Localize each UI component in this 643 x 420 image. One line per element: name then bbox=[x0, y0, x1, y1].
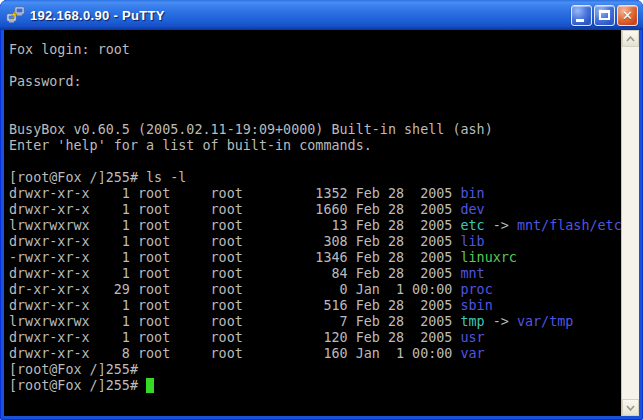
terminal-line: [root@Fox /]255# bbox=[9, 378, 621, 394]
terminal-text: Enter 'help' for a list of built-in comm… bbox=[9, 138, 372, 153]
terminal-line: dr-xr-xr-x 29 root root 0 Jan 1 00:00 pr… bbox=[9, 282, 621, 298]
terminal-text: mnt/flash/etc bbox=[517, 218, 621, 233]
scrollbar-track[interactable] bbox=[621, 30, 639, 416]
terminal-text: dev bbox=[460, 202, 484, 217]
maximize-button[interactable] bbox=[594, 5, 615, 26]
terminal-text: lrwxrwxrwx 1 root root 7 Feb 28 2005 bbox=[9, 314, 460, 329]
terminal-line: Fox login: root bbox=[9, 42, 621, 58]
close-icon: ✕ bbox=[618, 6, 637, 25]
terminal-text: [root@Fox /]255# bbox=[9, 378, 146, 393]
putty-window: 192.168.0.90 - PuTTY ✕ Fox login: root P… bbox=[0, 0, 643, 420]
terminal-text: [root@Fox /]255# ls -l bbox=[9, 170, 186, 185]
terminal-line: Password: bbox=[9, 74, 621, 90]
terminal-text: drwxr-xr-x 1 root root 308 Feb 28 2005 bbox=[9, 234, 460, 249]
terminal-text: drwxr-xr-x 8 root root 160 Jan 1 00:00 bbox=[9, 346, 460, 361]
title-bar[interactable]: 192.168.0.90 - PuTTY ✕ bbox=[0, 0, 643, 30]
terminal-line: drwxr-xr-x 1 root root 308 Feb 28 2005 l… bbox=[9, 234, 621, 250]
terminal-text: var bbox=[460, 346, 484, 361]
terminal-line: lrwxrwxrwx 1 root root 13 Feb 28 2005 et… bbox=[9, 218, 621, 234]
terminal-text: -rwxr-xr-x 1 root root 1346 Feb 28 2005 bbox=[9, 250, 460, 265]
terminal-screen[interactable]: Fox login: root Password: BusyBox v0.60.… bbox=[4, 30, 621, 416]
terminal-text: bin bbox=[460, 186, 484, 201]
terminal-text: var/tmp bbox=[517, 314, 573, 329]
terminal-text: drwxr-xr-x 1 root root 1660 Feb 28 2005 bbox=[9, 202, 460, 217]
terminal-line bbox=[9, 58, 621, 74]
terminal-line: [root@Fox /]255# bbox=[9, 362, 621, 378]
terminal-line: lrwxrwxrwx 1 root root 7 Feb 28 2005 tmp… bbox=[9, 314, 621, 330]
terminal-area: Fox login: root Password: BusyBox v0.60.… bbox=[4, 30, 639, 416]
terminal-text: -> bbox=[485, 314, 517, 329]
window-controls: ✕ bbox=[571, 5, 638, 26]
terminal-text: drwxr-xr-x 1 root root 84 Feb 28 2005 bbox=[9, 266, 460, 281]
terminal-text: [root@Fox /]255# bbox=[9, 362, 138, 377]
terminal-text: drwxr-xr-x 1 root root 1352 Feb 28 2005 bbox=[9, 186, 460, 201]
terminal-line bbox=[9, 90, 621, 106]
terminal-line: -rwxr-xr-x 1 root root 1346 Feb 28 2005 … bbox=[9, 250, 621, 266]
terminal-line: drwxr-xr-x 1 root root 84 Feb 28 2005 mn… bbox=[9, 266, 621, 282]
minimize-button[interactable] bbox=[571, 5, 592, 26]
terminal-line bbox=[9, 154, 621, 170]
putty-app-icon[interactable] bbox=[6, 5, 26, 25]
terminal-cursor bbox=[146, 378, 154, 393]
terminal-line: drwxr-xr-x 1 root root 1660 Feb 28 2005 … bbox=[9, 202, 621, 218]
terminal-line: BusyBox v0.60.5 (2005.02.11-19:09+0000) … bbox=[9, 122, 621, 138]
terminal-line: drwxr-xr-x 1 root root 120 Feb 28 2005 u… bbox=[9, 330, 621, 346]
putty-two-computers-icon bbox=[6, 5, 26, 25]
terminal-line: drwxr-xr-x 8 root root 160 Jan 1 00:00 v… bbox=[9, 346, 621, 362]
minimize-icon bbox=[576, 19, 584, 22]
terminal-text: -> bbox=[485, 218, 517, 233]
terminal-text: dr-xr-xr-x 29 root root 0 Jan 1 00:00 bbox=[9, 282, 460, 297]
terminal-text: tmp bbox=[460, 314, 484, 329]
chevron-down-icon bbox=[626, 405, 635, 411]
close-button[interactable]: ✕ bbox=[617, 5, 638, 26]
terminal-text: drwxr-xr-x 1 root root 120 Feb 28 2005 bbox=[9, 330, 460, 345]
maximize-icon bbox=[599, 10, 610, 20]
terminal-text: Fox login: root bbox=[9, 42, 130, 57]
scroll-up-button[interactable] bbox=[622, 30, 639, 47]
terminal-line bbox=[9, 106, 621, 122]
terminal-line: [root@Fox /]255# ls -l bbox=[9, 170, 621, 186]
terminal-text: lrwxrwxrwx 1 root root 13 Feb 28 2005 bbox=[9, 218, 460, 233]
terminal-text: proc bbox=[460, 282, 492, 297]
window-title: 192.168.0.90 - PuTTY bbox=[30, 8, 571, 23]
terminal-text: mnt bbox=[460, 266, 484, 281]
terminal-line: drwxr-xr-x 1 root root 516 Feb 28 2005 s… bbox=[9, 298, 621, 314]
terminal-line: drwxr-xr-x 1 root root 1352 Feb 28 2005 … bbox=[9, 186, 621, 202]
terminal-text: usr bbox=[460, 330, 484, 345]
terminal-text: BusyBox v0.60.5 (2005.02.11-19:09+0000) … bbox=[9, 122, 493, 137]
terminal-text: drwxr-xr-x 1 root root 516 Feb 28 2005 bbox=[9, 298, 460, 313]
terminal-text: etc bbox=[460, 218, 484, 233]
scroll-down-button[interactable] bbox=[622, 399, 639, 416]
terminal-text: linuxrc bbox=[460, 250, 516, 265]
terminal-text: lib bbox=[460, 234, 484, 249]
terminal-text: sbin bbox=[460, 298, 492, 313]
terminal-line: Enter 'help' for a list of built-in comm… bbox=[9, 138, 621, 154]
chevron-up-icon bbox=[626, 36, 635, 42]
terminal-text: Password: bbox=[9, 74, 82, 89]
